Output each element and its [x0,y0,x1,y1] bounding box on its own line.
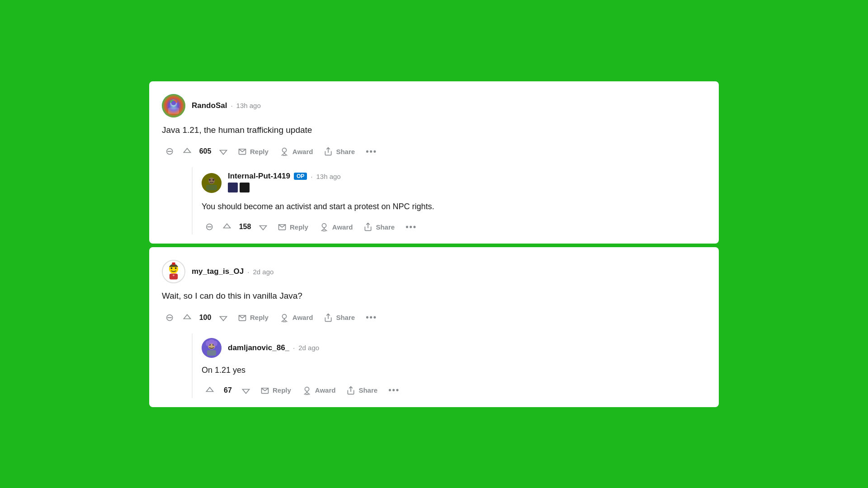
reply-text-1-1: You should become an activist and start … [202,201,706,213]
more-button-1[interactable]: ••• [361,144,382,159]
svg-point-15 [171,267,173,269]
downvote-button-1[interactable] [215,144,231,159]
vote-count-1: 605 [199,147,212,155]
upvote-button-2[interactable] [179,310,195,325]
reply-vote-count-2-1: 67 [222,386,234,394]
share-button-2[interactable]: Share [319,310,359,325]
avatar-internal-put [202,173,222,193]
downvote-button-reply-1[interactable] [255,220,271,234]
reply-action-bar-2-1: 67 Reply Award Share ••• [202,383,706,398]
comment-header-1: RandoSal · 13h ago [162,94,706,117]
reply-meta-1-1: Internal-Put-1419 OP · 13h ago [228,172,341,194]
upvote-button-1[interactable] [179,144,195,159]
reply-button-2[interactable]: Reply [233,310,273,325]
reply-section-1: Internal-Put-1419 OP · 13h ago You shoul… [192,167,706,235]
comment-header-2: my_tag_is_OJ · 2d ago [162,260,706,283]
comment-meta-1: RandoSal · 13h ago [192,101,261,110]
collapse-button-1[interactable]: ⊖ [162,144,177,159]
reply-header-2-1: damljanovic_86_ · 2d ago [202,338,706,358]
action-bar-2: ⊖ 100 Reply Award Share ••• [162,310,706,325]
reply-more-button-2-1[interactable]: ••• [384,383,404,398]
comment-card-2: my_tag_is_OJ · 2d ago Wait, so I can do … [149,247,719,407]
action-bar-1: ⊖ 605 Reply Award Share ••• [162,144,706,159]
award-button-1[interactable]: Award [275,144,318,159]
reply-header-1-1: Internal-Put-1419 OP · 13h ago [202,172,706,194]
more-button-2[interactable]: ••• [361,310,382,325]
svg-rect-17 [172,263,175,265]
comment-text-2: Wait, so I can do this in vanilla Java? [162,290,706,303]
reply-meta-2-1: damljanovic_86_ · 2d ago [228,343,319,352]
vote-section-2: 100 [179,310,231,325]
collapse-button-2[interactable]: ⊖ [162,310,177,325]
reply-timestamp-2-1: 2d ago [298,344,319,352]
award-button-2[interactable]: Award [275,310,318,325]
avatar-daml [202,338,222,358]
reply-timestamp-1-1: 13h ago [316,173,340,180]
svg-point-6 [282,148,286,152]
username-internal: Internal-Put-1419 [228,172,290,181]
reply-share-button-2-1[interactable]: Share [342,383,382,398]
avatar-randosal [162,94,185,117]
comment-card-1: RandoSal · 13h ago Java 1.21, the human … [149,81,719,244]
upvote-button-reply-2[interactable] [202,383,218,398]
reply-button-1[interactable]: Reply [233,144,273,159]
svg-point-19 [173,274,175,276]
svg-point-12 [322,224,326,228]
timestamp-2: 2d ago [253,268,274,276]
reply-reply-button-2-1[interactable]: Reply [256,383,296,398]
reply-vote-section-2-1: 67 [202,383,254,398]
timestamp-1: 13h ago [236,102,261,109]
downvote-button-reply-2[interactable] [238,383,254,398]
username-mytag: my_tag_is_OJ [192,267,244,276]
reply-more-button-1-1[interactable]: ••• [401,220,421,235]
svg-point-20 [282,314,286,318]
vote-section-1: 605 [179,144,231,159]
upvote-button-reply-1[interactable] [219,220,235,234]
username-randosal: RandoSal [192,101,227,110]
reply-award-button-1-1[interactable]: Award [315,219,358,235]
svg-point-16 [175,267,177,269]
svg-point-11 [212,179,214,181]
svg-point-29 [305,387,309,391]
reply-comment-1-1: Internal-Put-1419 OP · 13h ago You shoul… [202,167,706,235]
svg-point-5 [171,101,176,105]
reply-vote-count-1-1: 158 [239,223,251,231]
reply-vote-section-1-1: 158 [219,220,271,234]
reply-reply-button-1-1[interactable]: Reply [273,220,313,234]
downvote-button-2[interactable] [215,310,231,325]
svg-rect-28 [207,350,216,356]
svg-point-10 [209,179,211,181]
reply-comment-2-1: damljanovic_86_ · 2d ago On 1.21 yes 67 [202,333,706,398]
flair-icon-1 [228,183,250,192]
reply-text-2-1: On 1.21 yes [202,364,706,376]
reply-share-button-1-1[interactable]: Share [359,220,399,234]
collapse-button-reply-1[interactable]: ⊖ [202,219,217,235]
comment-text-1: Java 1.21, the human trafficking update [162,124,706,137]
share-button-1[interactable]: Share [319,144,359,159]
comment-meta-2: my_tag_is_OJ · 2d ago [192,267,274,276]
svg-rect-9 [206,185,217,190]
vote-count-2: 100 [199,314,212,322]
avatar-mytag [162,260,185,283]
reply-action-bar-1-1: ⊖ 158 Reply Award [202,219,706,235]
op-badge-1: OP [294,173,307,180]
svg-rect-2 [168,108,179,114]
reply-award-button-2-1[interactable]: Award [297,383,340,398]
svg-point-27 [208,339,215,344]
reply-section-2: damljanovic_86_ · 2d ago On 1.21 yes 67 [192,333,706,398]
username-daml: damljanovic_86_ [228,343,289,352]
